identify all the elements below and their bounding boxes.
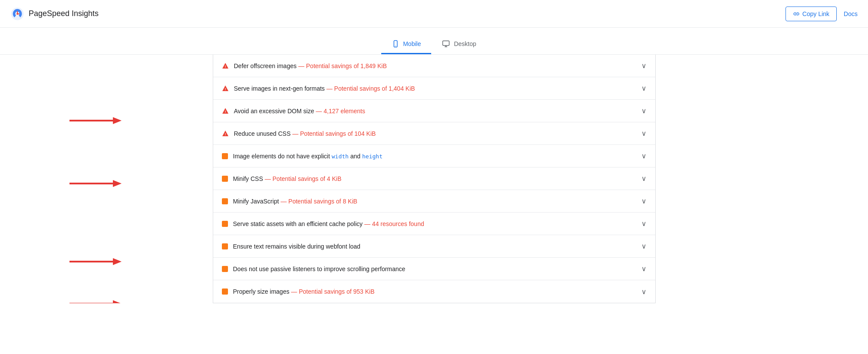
header-actions: Copy Link Docs: [785, 7, 858, 21]
warning-icon-red: !: [222, 108, 229, 115]
warning-icon-red: !: [222, 85, 229, 92]
arrow-1: [69, 115, 122, 128]
tab-desktop[interactable]: Desktop: [431, 35, 486, 54]
chevron-icon: ∨: [641, 84, 647, 92]
link-icon: [793, 10, 800, 17]
pagespeed-logo-icon: [10, 7, 24, 21]
main-content: ! Defer offscreen images — Potential sav…: [0, 55, 868, 303]
audit-savings: — Potential savings of 1,404 KiB: [327, 85, 415, 92]
warning-icon-orange: [222, 221, 228, 227]
svg-marker-12: [113, 258, 122, 265]
logo-area: PageSpeed Insights: [10, 7, 99, 21]
audit-item-text: Avoid an excessive DOM size — 4,127 elem…: [234, 108, 365, 115]
copy-link-label: Copy Link: [802, 10, 829, 17]
warning-icon-orange: [222, 243, 228, 249]
warning-icon-orange: [222, 198, 228, 204]
arrow-2: [69, 177, 122, 191]
audit-item-nextgen-formats[interactable]: ! Serve images in next-gen formats — Pot…: [213, 77, 655, 100]
svg-text:!: !: [224, 110, 226, 114]
audit-item-left: Minify JavaScript — Potential savings of…: [222, 198, 641, 205]
chevron-icon: ∨: [641, 220, 647, 228]
copy-link-button[interactable]: Copy Link: [785, 7, 837, 21]
tabs-bar: Mobile Desktop: [0, 28, 868, 55]
svg-text:!: !: [224, 87, 226, 91]
warning-icon-orange: [222, 288, 228, 295]
audit-item-text: Reduce unused CSS — Potential savings of…: [234, 130, 376, 137]
audit-item-minify-css[interactable]: Minify CSS — Potential savings of 4 KiB …: [213, 167, 655, 190]
audit-item-text: Defer offscreen images — Potential savin…: [234, 62, 387, 69]
warning-icon-red: !: [222, 62, 229, 69]
audit-item-text: Image elements do not have explicit widt…: [233, 153, 383, 160]
mobile-icon: [392, 40, 399, 48]
audit-item-left: ! Reduce unused CSS — Potential savings …: [222, 130, 641, 137]
arrow-4-svg: [69, 298, 122, 303]
audit-panel: ! Defer offscreen images — Potential sav…: [213, 55, 656, 303]
warning-icon-orange: [222, 176, 228, 182]
chevron-icon: ∨: [641, 62, 647, 70]
audit-item-unused-css[interactable]: ! Reduce unused CSS — Potential savings …: [213, 122, 655, 145]
chevron-icon: ∨: [641, 242, 647, 250]
warning-icon-orange: [222, 266, 228, 272]
audit-item-dom-size[interactable]: ! Avoid an excessive DOM size — 4,127 el…: [213, 100, 655, 122]
audit-item-left: Ensure text remains visible during webfo…: [222, 243, 641, 250]
audit-item-text: Does not use passive listeners to improv…: [233, 266, 406, 272]
audit-item-text: Minify JavaScript — Potential savings of…: [233, 198, 357, 205]
audit-item-text: Properly size images — Potential savings…: [233, 288, 375, 295]
audit-item-defer-offscreen[interactable]: ! Defer offscreen images — Potential sav…: [213, 55, 655, 77]
tab-mobile-label: Mobile: [403, 40, 421, 47]
chevron-icon: ∨: [641, 129, 647, 138]
chevron-icon: ∨: [641, 174, 647, 183]
svg-point-3: [395, 46, 396, 46]
audit-item-text: Serve images in next-gen formats — Poten…: [234, 85, 415, 92]
chevron-icon: ∨: [641, 265, 647, 273]
audit-item-text: Ensure text remains visible during webfo…: [233, 243, 360, 250]
audit-savings: — Potential savings of 104 KiB: [292, 130, 376, 137]
svg-rect-4: [443, 41, 449, 46]
app-header: PageSpeed Insights Copy Link Docs: [0, 0, 868, 28]
chevron-icon: ∨: [641, 288, 647, 296]
audit-savings: — Potential savings of 1,849 KiB: [298, 62, 387, 69]
app-title: PageSpeed Insights: [29, 9, 99, 18]
svg-marker-14: [113, 300, 122, 303]
arrow-2-svg: [69, 177, 122, 190]
audit-item-image-dimensions[interactable]: Image elements do not have explicit widt…: [213, 145, 655, 167]
docs-link[interactable]: Docs: [844, 10, 858, 17]
tab-desktop-label: Desktop: [454, 40, 476, 47]
audit-code-height: height: [362, 153, 383, 160]
audit-item-left: Minify CSS — Potential savings of 4 KiB: [222, 175, 641, 182]
audit-savings: — Potential savings of 8 KiB: [281, 198, 357, 205]
svg-text:!: !: [224, 132, 226, 136]
audit-code-width: width: [332, 153, 349, 160]
chevron-icon: ∨: [641, 152, 647, 160]
audit-item-text: Minify CSS — Potential savings of 4 KiB: [233, 175, 342, 182]
svg-marker-10: [113, 180, 122, 187]
warning-icon-orange: [222, 153, 228, 159]
arrow-1-svg: [69, 115, 122, 127]
desktop-icon: [442, 40, 450, 48]
warning-icon-red: !: [222, 130, 229, 137]
audit-item-left: ! Defer offscreen images — Potential sav…: [222, 62, 641, 69]
audit-item-size-images[interactable]: Properly size images — Potential savings…: [213, 280, 655, 303]
audit-item-left: ! Serve images in next-gen formats — Pot…: [222, 85, 641, 92]
audit-savings: — 4,127 elements: [316, 108, 365, 115]
audit-savings: — Potential savings of 953 KiB: [291, 288, 374, 295]
audit-item-left: Does not use passive listeners to improv…: [222, 266, 641, 272]
tab-mobile[interactable]: Mobile: [381, 35, 431, 54]
svg-marker-8: [113, 117, 122, 124]
svg-text:!: !: [224, 65, 226, 69]
arrow-3-svg: [69, 256, 122, 268]
audit-item-left: ! Avoid an excessive DOM size — 4,127 el…: [222, 108, 641, 115]
audit-item-cache-policy[interactable]: Serve static assets with an efficient ca…: [213, 213, 655, 235]
audit-item-passive-listeners[interactable]: Does not use passive listeners to improv…: [213, 258, 655, 280]
audit-item-left: Serve static assets with an efficient ca…: [222, 220, 641, 227]
arrow-4: [69, 298, 122, 303]
chevron-icon: ∨: [641, 197, 647, 205]
audit-item-left: Image elements do not have explicit widt…: [222, 153, 641, 160]
audit-savings: — 44 resources found: [364, 220, 424, 227]
chevron-icon: ∨: [641, 107, 647, 115]
audit-item-text: Serve static assets with an efficient ca…: [233, 220, 424, 227]
arrow-3: [69, 256, 122, 269]
audit-item-webfont[interactable]: Ensure text remains visible during webfo…: [213, 235, 655, 258]
audit-item-minify-js[interactable]: Minify JavaScript — Potential savings of…: [213, 190, 655, 213]
audit-item-left: Properly size images — Potential savings…: [222, 288, 641, 295]
